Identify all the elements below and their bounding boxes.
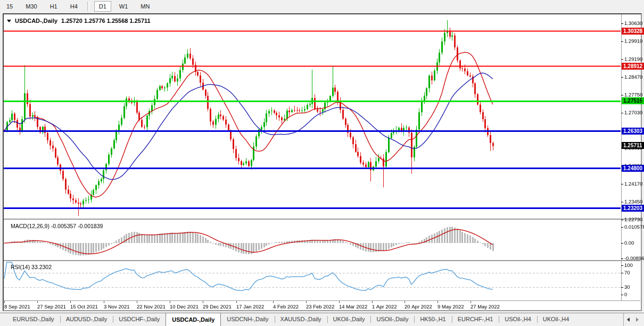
symbol-tab-eurusd-daily[interactable]: EURUSD-,Daily bbox=[7, 313, 60, 326]
symbol-tab-ukoil-daily[interactable]: UKOil-,Daily bbox=[327, 313, 371, 326]
symbol-tab-hk50-h1[interactable]: HK50-,H1 bbox=[414, 313, 451, 326]
symbol-tab-audusd-daily[interactable]: AUDUSD-,Daily bbox=[60, 313, 113, 326]
price-chart-canvas[interactable] bbox=[0, 0, 644, 326]
tab-scroll-right-icon[interactable] bbox=[636, 317, 639, 322]
symbol-tab-usoil-h4[interactable]: USOil-,H4 bbox=[499, 313, 537, 326]
symbol-tab-ukoil-h4[interactable]: UKOil-,H4 bbox=[537, 313, 575, 326]
chart-title: USDCAD-,Daily 1.25720 1.25776 1.25568 1.… bbox=[7, 18, 151, 24]
chart-dropdown-icon[interactable] bbox=[7, 20, 11, 22]
macd-indicator-label: MACD(12,26,9) -0.005357 -0.001839 bbox=[11, 223, 103, 229]
price-level-badge-1.30328: 1.30328 bbox=[622, 28, 644, 35]
current-price-badge: 1.25711 bbox=[622, 142, 644, 149]
tab-scroll-left-icon[interactable] bbox=[627, 317, 630, 322]
symbol-tabbar: EURUSD-,DailyAUDUSD-,DailyUSDCHF-,DailyU… bbox=[0, 313, 644, 326]
symbol-tab-usdcad-daily[interactable]: USDCAD-,Daily bbox=[166, 313, 221, 326]
symbol-tab-usoil-daily[interactable]: USOil-,Daily bbox=[370, 313, 414, 326]
trading-terminal: 15M30H1H4D1W1MN USDCAD-,Daily 1.25720 1.… bbox=[0, 0, 644, 326]
price-level-badge-1.27515: 1.27515 bbox=[622, 97, 644, 104]
price-level-badge-1.23203: 1.23203 bbox=[622, 205, 644, 212]
symbol-tab-usdchf-daily[interactable]: USDCHF-,Daily bbox=[113, 313, 166, 326]
symbol-tab-usdcnh-daily[interactable]: USDCNH-,Daily bbox=[221, 313, 274, 326]
chart-ohlc-values: 1.25720 1.25776 1.25568 1.25711 bbox=[61, 18, 151, 24]
rsi-indicator-label: RSI(14) 33.2302 bbox=[11, 264, 52, 270]
chart-symbol-label: USDCAD-,Daily bbox=[15, 18, 57, 24]
price-level-badge-1.26303: 1.26303 bbox=[622, 128, 644, 135]
price-level-badge-1.24800: 1.24800 bbox=[622, 165, 644, 172]
tab-scroll-buttons bbox=[623, 313, 642, 326]
symbol-tab-eurchf-h1[interactable]: EURCHF-,H1 bbox=[452, 313, 499, 326]
symbol-tab-xauusd-daily[interactable]: XAUUSD-,Daily bbox=[275, 313, 327, 326]
price-level-badge-1.28912: 1.28912 bbox=[622, 63, 644, 70]
